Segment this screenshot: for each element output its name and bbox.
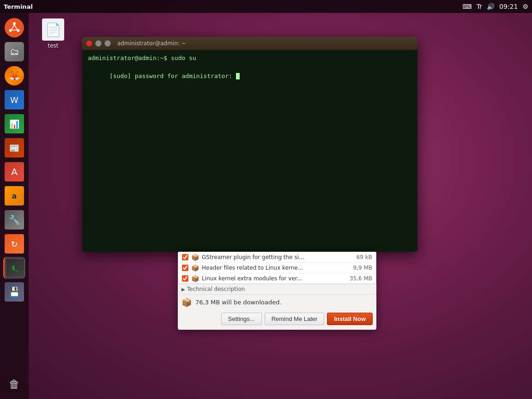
- dock-item-calc[interactable]: 📊: [3, 113, 25, 135]
- update-name-3: Linux kernel extra modules for ver...: [202, 275, 347, 282]
- file-icon-image: 📄: [42, 18, 64, 41]
- dock-item-terminal[interactable]: $_: [3, 257, 25, 279]
- dock-item-save[interactable]: 💾: [3, 281, 25, 303]
- remind-later-button[interactable]: Remind Me Later: [265, 313, 325, 325]
- dock-item-writer[interactable]: W: [3, 89, 25, 111]
- terminal-body[interactable]: administrator@admin:~$ sudo su [sudo] pa…: [82, 50, 417, 252]
- dock: 🗂 🦊 W 📊 📰 A a 🔧 ↻ $_ 💾 🗑: [0, 13, 29, 399]
- maximize-button[interactable]: [104, 40, 111, 47]
- update-checkbox-3[interactable]: [182, 275, 188, 282]
- appstore-icon: A: [5, 162, 24, 181]
- updates-icon: ↻: [5, 234, 24, 254]
- close-button[interactable]: [86, 40, 92, 47]
- settings-button[interactable]: Settings...: [221, 313, 262, 325]
- calc-icon: 📊: [5, 114, 24, 133]
- topbar-left: Terminal: [4, 3, 33, 10]
- save-icon: 💾: [5, 282, 24, 302]
- topbar: Terminal ⌨ Tr 🔊 09:21 ⚙: [0, 0, 532, 13]
- dock-item-files[interactable]: 🗂: [3, 41, 25, 63]
- minimize-button[interactable]: [95, 40, 102, 47]
- dock-item-settings[interactable]: 🔧: [3, 209, 25, 231]
- settings-icon: 🔧: [5, 210, 24, 230]
- terminal-window-title: administrator@admin: ~: [117, 40, 186, 47]
- writer-icon: W: [5, 90, 24, 109]
- update-row-3: 📦 Linux kernel extra modules for ver... …: [178, 273, 376, 284]
- dialog-buttons: Settings... Remind Me Later Install Now: [178, 310, 376, 330]
- update-size-2: 9,9 MB: [353, 265, 372, 271]
- arrow-icon: ▶: [181, 287, 185, 292]
- dock-item-trash[interactable]: 🗑: [3, 373, 25, 395]
- install-now-button[interactable]: Install Now: [327, 313, 373, 325]
- dock-item-firefox[interactable]: 🦊: [3, 65, 25, 87]
- terminal-line-2: [sudo] password for administrator:: [88, 63, 412, 90]
- power-icon[interactable]: ⚙: [522, 3, 528, 10]
- ubuntu-logo: [5, 18, 24, 37]
- terminal-icon: $_: [6, 258, 25, 278]
- amazon-icon: a: [5, 186, 24, 206]
- topbar-right: ⌨ Tr 🔊 09:21 ⚙: [463, 3, 528, 10]
- download-text: 76,3 MB will be downloaded.: [195, 299, 282, 306]
- keyboard-icon[interactable]: ⌨: [463, 3, 472, 10]
- trash-icon: 🗑: [5, 375, 24, 394]
- update-list: 📦 GStreamer plugin for getting the si...…: [178, 252, 376, 284]
- file-icon-2: 📦: [191, 264, 199, 272]
- update-size-3: 35,6 MB: [350, 275, 372, 282]
- update-dialog: 📦 GStreamer plugin for getting the si...…: [178, 252, 376, 330]
- update-name-1: GStreamer plugin for getting the si...: [202, 254, 354, 260]
- update-row-2: 📦 Header files related to Linux kerne...…: [178, 263, 376, 273]
- translate-icon[interactable]: Tr: [477, 3, 482, 10]
- file-icon-1: 📦: [191, 254, 199, 261]
- update-size-1: 69 kB: [357, 254, 372, 260]
- dock-item-updates[interactable]: ↻: [3, 233, 25, 255]
- file-icon-3: 📦: [191, 275, 199, 282]
- technical-label: Technical description: [187, 286, 245, 292]
- terminal-window: administrator@admin: ~ administrator@adm…: [82, 37, 417, 252]
- dock-item-impress[interactable]: 📰: [3, 137, 25, 159]
- terminal-titlebar: administrator@admin: ~: [82, 37, 417, 50]
- clock: 09:21: [499, 3, 518, 10]
- terminal-cursor: [236, 73, 240, 79]
- update-name-2: Header files related to Linux kerne...: [202, 265, 351, 271]
- desktop-file-icon[interactable]: 📄 test: [37, 18, 69, 49]
- impress-icon: 📰: [5, 138, 24, 157]
- technical-description[interactable]: ▶ Technical description: [178, 284, 376, 294]
- dock-item-ubuntu[interactable]: [3, 17, 25, 39]
- update-checkbox-2[interactable]: [182, 265, 188, 271]
- firefox-icon: 🦊: [5, 66, 24, 85]
- topbar-title: Terminal: [4, 3, 33, 10]
- update-row-1: 📦 GStreamer plugin for getting the si...…: [178, 252, 376, 263]
- update-checkbox-1[interactable]: [182, 254, 188, 260]
- download-info: 📦 76,3 MB will be downloaded.: [178, 294, 376, 310]
- terminal-line-1: administrator@admin:~$ sudo su: [88, 54, 412, 63]
- dock-item-appstore[interactable]: A: [3, 161, 25, 183]
- file-icon-label: test: [48, 42, 58, 49]
- volume-icon[interactable]: 🔊: [487, 3, 495, 10]
- download-icon: 📦: [181, 297, 192, 307]
- dock-item-amazon[interactable]: a: [3, 185, 25, 207]
- files-icon: 🗂: [5, 42, 24, 61]
